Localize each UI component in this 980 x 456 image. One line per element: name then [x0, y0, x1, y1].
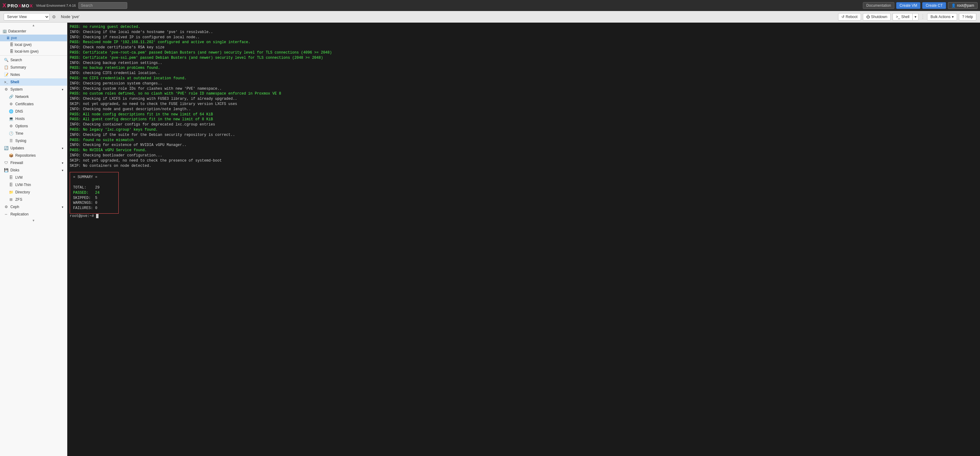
shutdown-button[interactable]: ⏻ Shutdown	[863, 13, 891, 21]
create-vm-button[interactable]: Create VM	[896, 2, 920, 9]
ceph-expand-icon: ▾	[62, 206, 63, 209]
datacenter-label: Datacenter	[8, 29, 26, 33]
bulk-actions-button[interactable]: Bulk Actions ▾	[927, 13, 957, 21]
terminal-line: SKIP: not yet upgraded, no need to check…	[70, 102, 978, 107]
sidebar-scroll-down[interactable]: ▼	[0, 218, 67, 223]
help-button[interactable]: ? Help	[959, 13, 976, 21]
summary-title: = SUMMARY =	[73, 175, 115, 180]
sidebar-item-summary[interactable]: 📋 Summary	[0, 64, 67, 71]
terminal-line: PASS: no running guest detected.	[70, 24, 978, 30]
sidebar-item-ceph[interactable]: ⚙ Ceph ▾	[0, 203, 67, 210]
updates-icon: 🔄	[4, 146, 9, 150]
sidebar-item-repositories[interactable]: 📦 Repositories	[0, 152, 67, 159]
search-input[interactable]	[78, 2, 127, 9]
syslog-label: Syslog	[15, 139, 26, 143]
shell-button[interactable]: >_ Shell	[892, 13, 912, 21]
terminal[interactable]: PASS: no running guest detected.INFO: Ch…	[67, 22, 980, 456]
secondbar: Server View ⚙ Node 'pve' ↺ Reboot ⏻ Shut…	[0, 11, 980, 22]
ceph-label: Ceph	[10, 205, 19, 209]
terminal-line: PASS: found no suite mismatch	[70, 138, 978, 143]
terminal-summary: = SUMMARY = TOTAL: 29 PASSED: 24 SKIPPED…	[70, 171, 978, 214]
topbar-right: Documentation Create VM Create CT 👤 root…	[863, 2, 978, 9]
sidebar-item-datacenter[interactable]: 🏢 Datacenter	[0, 28, 67, 35]
sidebar-item-directory[interactable]: 📁 Directory	[0, 188, 67, 196]
settings-icon[interactable]: ⚙	[52, 14, 56, 19]
system-label: System	[10, 87, 22, 91]
sidebar-item-local-lvm[interactable]: 🗄 local-lvm (pve)	[0, 48, 67, 55]
replication-icon: ↔	[4, 212, 9, 216]
create-ct-button[interactable]: Create CT	[922, 2, 946, 9]
sidebar-item-replication[interactable]: ↔ Replication	[0, 210, 67, 218]
terminal-line: INFO: Checking custom role IDs for clash…	[70, 86, 978, 91]
documentation-button[interactable]: Documentation	[863, 2, 894, 9]
dns-icon: 🌐	[9, 109, 13, 113]
logo-x: X	[2, 2, 6, 9]
search-icon: 🔍	[4, 58, 9, 62]
user-button[interactable]: 👤 root@pam	[948, 2, 978, 9]
terminal-line: INFO: Checking node and guest descriptio…	[70, 107, 978, 112]
shutdown-label: Shutdown	[871, 15, 887, 19]
sidebar-item-zfs[interactable]: ⊞ ZFS	[0, 196, 67, 203]
help-label: Help	[965, 15, 973, 19]
sidebar-scroll-up[interactable]: ▲	[0, 22, 67, 28]
zfs-label: ZFS	[15, 198, 22, 202]
updates-expand-icon: ▾	[62, 147, 63, 150]
options-icon: ⚙	[9, 124, 13, 128]
firewall-expand-icon: ▾	[62, 161, 63, 165]
bulk-actions-arrow: ▾	[952, 15, 954, 19]
terminal-line: PASS: No NVIDIA vGPU Service found.	[70, 148, 978, 153]
reboot-button[interactable]: ↺ Reboot	[838, 13, 861, 21]
summary-warnings: WARNINGS: 0	[73, 201, 115, 206]
dns-label: DNS	[15, 109, 23, 113]
sidebar-item-syslog[interactable]: ☰ Syslog	[0, 137, 67, 145]
terminal-line: INFO: Checking backup retention settings…	[70, 61, 978, 66]
terminal-line: SKIP: not yet upgraded, no need to check…	[70, 158, 978, 163]
disks-label: Disks	[10, 168, 19, 172]
summary-passed: PASSED: 24	[73, 190, 115, 196]
shell-nav-label: Shell	[10, 80, 19, 84]
terminal-line: PASS: Certificate 'pve-ssl.pem' passed D…	[70, 56, 978, 61]
sidebar-item-dns[interactable]: 🌐 DNS	[0, 108, 67, 115]
sidebar-item-certificates[interactable]: ⚙ Certificates	[0, 100, 67, 108]
sidebar-item-search[interactable]: 🔍 Search	[0, 56, 67, 64]
hosts-icon: 💻	[9, 116, 13, 121]
terminal-line: INFO: Checking permission system changes…	[70, 81, 978, 86]
terminal-line: INFO: Checking if the local node's hostn…	[70, 30, 978, 35]
local-lvm-label: local-lvm (pve)	[15, 49, 38, 54]
sidebar-item-options[interactable]: ⚙ Options	[0, 123, 67, 130]
lvm-thin-icon: 🗄	[9, 183, 13, 187]
local-lvm-icon: 🗄	[10, 49, 13, 54]
shell-nav-icon: >_	[4, 80, 9, 84]
summary-skipped: SKIPPED: 5	[73, 196, 115, 201]
shell-label: Shell	[901, 15, 910, 19]
sidebar-item-system[interactable]: ⚙ System ▾	[0, 86, 67, 93]
directory-label: Directory	[15, 190, 30, 195]
sidebar-item-lvm-thin[interactable]: 🗄 LVM-Thin	[0, 181, 67, 188]
sidebar-item-time[interactable]: 🕐 Time	[0, 130, 67, 137]
sidebar-item-local-pve[interactable]: 🗄 local (pve)	[0, 41, 67, 48]
terminal-cursor	[96, 214, 99, 218]
lvm-label: LVM	[15, 175, 22, 180]
shell-dropdown-button[interactable]: ▾	[912, 13, 918, 21]
replication-label: Replication	[10, 212, 29, 216]
server-view-select[interactable]: Server View	[4, 13, 49, 21]
sidebar-item-lvm[interactable]: 🗄 LVM	[0, 174, 67, 181]
lvm-icon: 🗄	[9, 175, 13, 180]
sidebar-item-updates[interactable]: 🔄 Updates ▾	[0, 145, 67, 152]
datacenter-icon: 🏢	[2, 29, 7, 33]
logo-subtitle: Virtual Environment 7.4-16	[36, 4, 76, 7]
sidebar-item-pve[interactable]: 🖥 pve	[0, 35, 67, 41]
summary-failures: FAILURES: 0	[73, 206, 115, 211]
sidebar-item-firewall[interactable]: 🛡 Firewall ▾	[0, 159, 67, 166]
sidebar-item-disks[interactable]: 💾 Disks ▾	[0, 166, 67, 174]
content-area: PASS: no running guest detected.INFO: Ch…	[67, 22, 980, 456]
sidebar-item-network[interactable]: 🔗 Network	[0, 93, 67, 100]
sidebar-item-hosts[interactable]: 💻 Hosts	[0, 115, 67, 123]
sidebar: ▲ 🏢 Datacenter 🖥 pve 🗄 local (pve) 🗄 loc…	[0, 22, 67, 456]
sidebar-item-notes[interactable]: 📝 Notes	[0, 71, 67, 78]
bulk-actions-divider: ⋮	[920, 14, 925, 19]
sidebar-item-shell[interactable]: >_ Shell	[0, 78, 67, 86]
repositories-icon: 📦	[9, 153, 13, 158]
terminal-line: PASS: no backup retention problems found…	[70, 65, 978, 71]
disks-icon: 💾	[4, 168, 9, 172]
